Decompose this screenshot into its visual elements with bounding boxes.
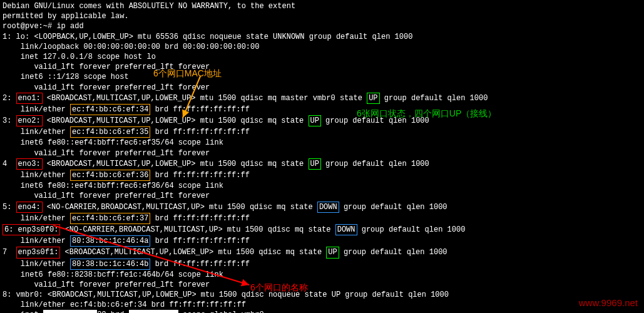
iface-name-box: eno3: bbox=[16, 158, 43, 170]
redacted-ip bbox=[129, 310, 178, 313]
mac-box: 80:38:bc:1c:46:4a bbox=[70, 235, 150, 247]
iface-valid: valid_lft forever preferred_lft forever bbox=[3, 148, 641, 158]
mac-box: ec:f4:bb:c6:ef:37 bbox=[70, 213, 150, 224]
iface-header: 8: vmbr0: <BROADCAST,MULTICAST,UP,LOWER_… bbox=[3, 290, 641, 300]
redacted-ip bbox=[43, 310, 97, 313]
state-box: UP bbox=[309, 158, 321, 170]
iface-inet6: inet6 fe80::8238:bcff:fe1c:464b/64 scope… bbox=[3, 270, 641, 280]
mac-box: ec:f4:bb:c6:ef:35 bbox=[70, 126, 150, 138]
iface-link: link/ether ec:f4:bb:c6:ef:34 brd ff:ff:f… bbox=[3, 104, 641, 115]
iface-valid: valid_lft forever preferred_lft forever bbox=[3, 83, 641, 93]
mac-box: ec:f4:bb:c6:ef:36 bbox=[70, 170, 150, 181]
iface-inet6: inet6 fe80::eef4:bbff:fec6:ef35/64 scope… bbox=[3, 138, 641, 148]
iface-link: link/ether ec:f4:bb:c6:ef:36 brd ff:ff:f… bbox=[3, 170, 641, 181]
watermark: www.9969.net bbox=[579, 297, 638, 309]
warranty-line: permitted by applicable law. bbox=[3, 11, 641, 21]
iface-link: link/loopback 00:00:00:00:00:00 brd 00:0… bbox=[3, 42, 641, 52]
state-box: UP bbox=[309, 115, 321, 126]
iface-valid: valid_lft forever preferred_lft forever bbox=[3, 191, 641, 201]
iface-header: 3: eno2: <BROADCAST,MULTICAST,UP,LOWER_U… bbox=[3, 115, 641, 126]
iface-name-box: eno1: bbox=[16, 93, 43, 104]
iface-header: 7 enp3s0f1: <BROADCAST,MULTICAST,UP,LOWE… bbox=[3, 247, 641, 258]
mac-box: ec:f4:bb:c6:ef:34 bbox=[70, 104, 150, 115]
iface-header: 5: eno4: <NO-CARRIER,BROADCAST,MULTICAST… bbox=[3, 202, 641, 213]
state-box: UP bbox=[367, 93, 379, 104]
state-box: DOWN bbox=[335, 224, 357, 235]
iface-name-box: eno4: bbox=[16, 202, 43, 213]
iface-name-box: eno2: bbox=[16, 115, 43, 126]
iface-inet6: inet6 ::1/128 scope host bbox=[3, 72, 641, 82]
iface-header: 4 eno3: <BROADCAST,MULTICAST,UP,LOWER_UP… bbox=[3, 158, 641, 170]
iface-link: link/ether ec:f4:bb:c6:ef:34 brd ff:ff:f… bbox=[3, 300, 641, 310]
iface-inet6: inet6 fe80::eef4:bbff:fec6:ef36/64 scope… bbox=[3, 181, 641, 191]
iface-valid: valid_lft forever preferred_lft forever bbox=[3, 62, 641, 72]
iface-header: 1: lo: <LOOPBACK,UP,LOWER_UP> mtu 65536 … bbox=[3, 32, 641, 42]
iface-link: link/ether ec:f4:bb:c6:ef:35 brd ff:ff:f… bbox=[3, 126, 641, 138]
iface-link: link/ether ec:f4:bb:c6:ef:37 brd ff:ff:f… bbox=[3, 213, 641, 224]
iface-link: link/ether 80:38:bc:1c:46:4b brd ff:ff:f… bbox=[3, 259, 641, 270]
state-box: DOWN bbox=[317, 202, 339, 213]
iface-name-box: 6: enp3s0f0: bbox=[3, 224, 60, 235]
iface-header: 2: eno1: <BROADCAST,MULTICAST,UP,LOWER_U… bbox=[3, 93, 641, 104]
mac-box: 80:38:bc:1c:46:4b bbox=[70, 259, 150, 270]
state-box: UP bbox=[326, 247, 339, 258]
iface-header: 6: enp3s0f0: <NO-CARRIER,BROADCAST,MULTI… bbox=[3, 224, 641, 235]
iface-inet: inet 29 brd scope global vmbr0 bbox=[3, 310, 641, 313]
terminal-output: Debian GNU/Linux comes with ABSOLUTELY N… bbox=[3, 1, 641, 313]
iface-link: link/ether 80:38:bc:1c:46:4a brd ff:ff:f… bbox=[3, 235, 641, 247]
iface-name-box: enp3s0f1: bbox=[16, 247, 61, 258]
iface-valid: valid_lft forever preferred_lft forever bbox=[3, 280, 641, 290]
prompt-line[interactable]: root@pve:~# ip add bbox=[3, 21, 641, 31]
warranty-line: Debian GNU/Linux comes with ABSOLUTELY N… bbox=[3, 1, 641, 11]
iface-inet: inet 127.0.0.1/8 scope host lo bbox=[3, 52, 641, 62]
